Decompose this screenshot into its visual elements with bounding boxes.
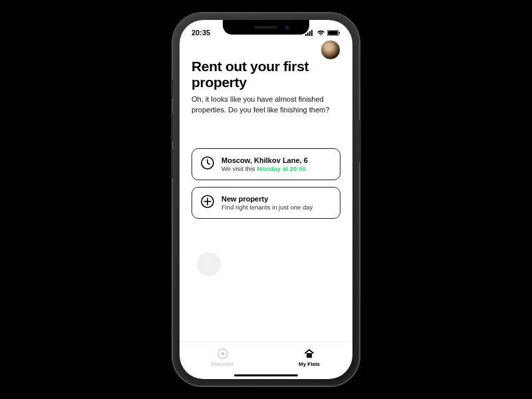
svg-rect-0 bbox=[305, 34, 307, 36]
speaker bbox=[254, 26, 278, 29]
svg-point-10 bbox=[221, 352, 225, 356]
front-camera bbox=[285, 25, 289, 30]
side-button bbox=[171, 80, 173, 98]
card-text: New property Find right tenants in just … bbox=[221, 195, 332, 211]
visit-prefix: We visit this bbox=[221, 165, 257, 172]
status-time: 20:35 bbox=[192, 29, 210, 37]
svg-rect-3 bbox=[311, 30, 313, 36]
tab-my-flats[interactable]: My Flats bbox=[266, 342, 352, 372]
avatar[interactable] bbox=[321, 40, 340, 60]
card-list: Moscow, Khilkov Lane, 6 We visit this Mo… bbox=[192, 148, 340, 219]
status-indicators bbox=[305, 30, 340, 36]
phone-frame: 20:35 Rent out your bbox=[173, 13, 359, 386]
notch bbox=[223, 20, 309, 35]
clock-icon bbox=[200, 156, 215, 173]
card-text: Moscow, Khilkov Lane, 6 We visit this Mo… bbox=[221, 156, 332, 172]
svg-rect-5 bbox=[328, 31, 338, 35]
svg-rect-2 bbox=[309, 31, 311, 36]
home-icon bbox=[303, 348, 315, 360]
visit-time-highlight: Monday at 20:00 bbox=[257, 165, 306, 172]
pending-property-card[interactable]: Moscow, Khilkov Lane, 6 We visit this Mo… bbox=[192, 148, 340, 180]
card-subtitle: We visit this Monday at 20:00 bbox=[221, 165, 332, 172]
card-subtitle: Find right tenants in just one day bbox=[221, 203, 332, 211]
page-subtitle: Oh, it looks like you have almost finish… bbox=[192, 94, 340, 115]
new-property-card[interactable]: New property Find right tenants in just … bbox=[192, 187, 340, 219]
volume-up-button bbox=[171, 113, 173, 142]
tab-discover[interactable]: Discover bbox=[180, 342, 266, 372]
wifi-icon bbox=[317, 30, 325, 36]
battery-icon bbox=[327, 30, 340, 36]
svg-rect-6 bbox=[339, 32, 340, 34]
placeholder-circle bbox=[197, 252, 221, 276]
home-indicator[interactable] bbox=[234, 374, 298, 377]
card-title: New property bbox=[221, 195, 332, 203]
screen: 20:35 Rent out your bbox=[180, 20, 352, 379]
card-title: Moscow, Khilkov Lane, 6 bbox=[221, 156, 332, 164]
tab-label: Discover bbox=[211, 361, 234, 367]
svg-rect-1 bbox=[307, 33, 309, 36]
discover-icon bbox=[217, 348, 229, 360]
tab-label: My Flats bbox=[299, 361, 320, 367]
main-content: Rent out your first property Oh, it look… bbox=[180, 40, 352, 342]
page-title: Rent out your first property bbox=[192, 59, 340, 90]
power-button bbox=[359, 120, 361, 162]
plus-icon bbox=[200, 194, 215, 211]
svg-rect-11 bbox=[307, 353, 312, 358]
volume-down-button bbox=[171, 149, 173, 178]
